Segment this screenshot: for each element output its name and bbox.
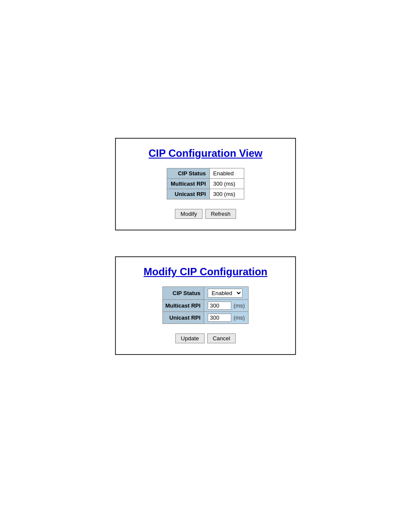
cip-status-value: Enabled xyxy=(209,168,244,179)
table-row: Unicast RPI 300 (ms) xyxy=(167,189,244,199)
modify-multicast-rpi-label: Multicast RPI xyxy=(162,300,204,312)
unicast-rpi-label: Unicast RPI xyxy=(167,189,210,199)
unicast-rpi-input[interactable] xyxy=(208,314,231,322)
multicast-rpi-label: Multicast RPI xyxy=(167,179,210,189)
modify-info-table: CIP Status Enabled Disabled Multicast RP… xyxy=(162,286,249,324)
modify-button-row: Update Cancel xyxy=(175,333,236,343)
multicast-rpi-input[interactable] xyxy=(208,302,231,310)
multicast-rpi-cell: (ms) xyxy=(204,300,249,312)
cip-status-cell: Enabled Disabled xyxy=(204,287,249,300)
cancel-button[interactable]: Cancel xyxy=(207,333,236,343)
multicast-rpi-wrapper: (ms) xyxy=(208,302,245,310)
unicast-rpi-wrapper: (ms) xyxy=(208,314,245,322)
cip-modify-panel: Modify CIP Configuration CIP Status Enab… xyxy=(115,256,296,355)
table-row: Multicast RPI 300 (ms) xyxy=(167,179,244,189)
modify-button[interactable]: Modify xyxy=(175,209,202,219)
unicast-rpi-unit: (ms) xyxy=(234,314,245,321)
cip-view-panel: CIP Configuration View CIP Status Enable… xyxy=(115,138,296,230)
unicast-rpi-cell: (ms) xyxy=(204,312,249,324)
table-row: CIP Status Enabled Disabled xyxy=(162,287,249,300)
refresh-button[interactable]: Refresh xyxy=(205,209,236,219)
view-info-table: CIP Status Enabled Multicast RPI 300 (ms… xyxy=(167,168,244,199)
modify-unicast-rpi-label: Unicast RPI xyxy=(162,312,204,324)
multicast-rpi-unit: (ms) xyxy=(234,302,245,309)
unicast-rpi-value: 300 (ms) xyxy=(209,189,244,199)
view-panel-title: CIP Configuration View xyxy=(149,147,262,159)
view-button-row: Modify Refresh xyxy=(175,209,236,219)
modify-cip-status-label: CIP Status xyxy=(162,287,204,300)
table-row: CIP Status Enabled xyxy=(167,168,244,179)
table-row: Unicast RPI (ms) xyxy=(162,312,249,324)
modify-panel-title: Modify CIP Configuration xyxy=(143,266,268,278)
multicast-rpi-value: 300 (ms) xyxy=(209,179,244,189)
cip-status-select[interactable]: Enabled Disabled xyxy=(208,289,243,298)
cip-status-label: CIP Status xyxy=(167,168,210,179)
table-row: Multicast RPI (ms) xyxy=(162,300,249,312)
update-button[interactable]: Update xyxy=(175,333,205,343)
